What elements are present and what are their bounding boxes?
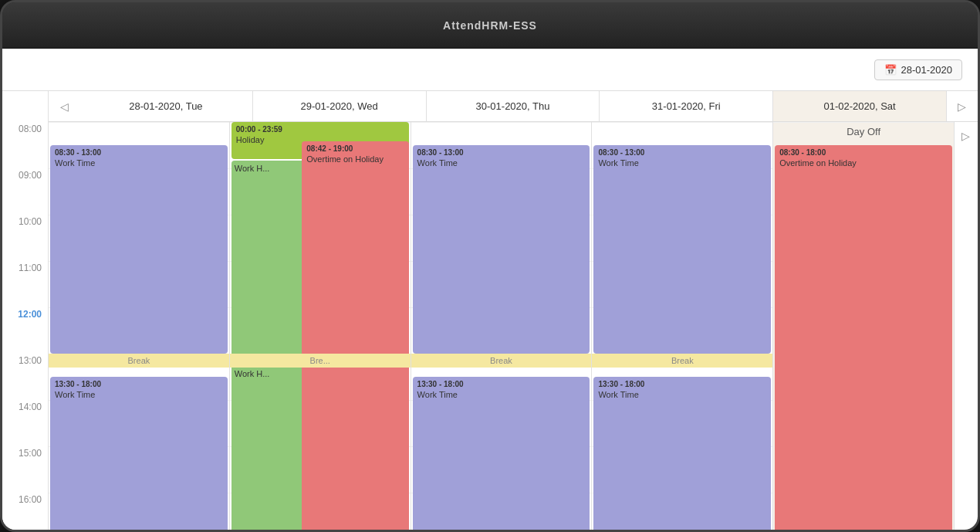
calendar-icon: 📅 — [884, 64, 897, 76]
sat-overtime-holiday[interactable]: 08:30 - 18:00 Overtime on Holiday — [775, 145, 952, 530]
day-header-wed: 29-01-2020, Wed — [253, 91, 427, 121]
wed-overtime-holiday[interactable]: 08:42 - 19:00 Overtime on Holiday — [302, 141, 408, 530]
tue-work-morning[interactable]: 08:30 - 13:00 Work Time — [50, 145, 228, 354]
nav-next-right[interactable]: ▷ — [955, 122, 978, 153]
device-frame: AttendHRM-ESS 📅 28-01-2020 08:00 09:00 1… — [0, 0, 980, 532]
top-bar: AttendHRM-ESS — [2, 2, 978, 49]
time-1600: 16:00 — [2, 493, 48, 530]
time-1500: 15:00 — [2, 446, 48, 493]
calendar-container: 08:00 09:00 10:00 11:00 12:00 13:00 14:0… — [2, 91, 978, 530]
time-0900: 09:00 — [2, 168, 48, 215]
selected-date: 28-01-2020 — [901, 64, 953, 76]
thu-work-afternoon[interactable]: 13:30 - 18:00 Work Time — [413, 377, 590, 530]
thu-work-morning[interactable]: 08:30 - 13:00 Work Time — [413, 145, 590, 354]
sat-day-off-label: Day Off — [773, 126, 954, 137]
day-col-sat: Day Off 08:30 - 18:00 Overtime on Holida… — [773, 122, 955, 530]
date-picker-button[interactable]: 📅 28-01-2020 — [874, 59, 963, 80]
day-col-fri: 08:30 - 13:00 Work Time Break 13:30 - 18… — [592, 122, 773, 530]
time-0800: 08:00 — [2, 122, 48, 168]
time-1000: 10:00 — [2, 215, 48, 261]
wed-break: Bre... — [230, 354, 411, 368]
tue-work-afternoon[interactable]: 13:30 - 18:00 Work Time — [50, 377, 228, 530]
day-header-fri: 31-01-2020, Fri — [600, 91, 773, 121]
day-col-wed: 00:00 - 23:59 Holiday Work H... Bre... W… — [230, 122, 411, 530]
wed-work-holiday-label: Work H... — [235, 164, 270, 173]
time-1100: 11:00 — [2, 261, 48, 307]
screen: 📅 28-01-2020 08:00 09:00 10:00 11:00 12:… — [2, 49, 978, 530]
day-header-sat: 01-02-2020, Sat — [773, 91, 947, 121]
day-header-tue: 28-01-2020, Tue — [79, 91, 253, 121]
time-1300: 13:00 — [2, 354, 48, 400]
fri-work-morning[interactable]: 08:30 - 13:00 Work Time — [593, 145, 771, 354]
fri-break: Break — [592, 354, 772, 368]
thu-break: Break — [411, 354, 592, 368]
time-1200: 12:00 — [2, 307, 48, 354]
days-header: ◁ 28-01-2020, Tue 29-01-2020, Wed 30-01-… — [49, 91, 978, 122]
header-bar: 📅 28-01-2020 — [2, 49, 978, 91]
nav-prev-button[interactable]: ◁ — [49, 91, 79, 121]
time-column: 08:00 09:00 10:00 11:00 12:00 13:00 14:0… — [2, 91, 49, 530]
days-body: 08:30 - 13:00 Work Time Break 13:30 - 18… — [49, 122, 978, 530]
time-1400: 14:00 — [2, 400, 48, 446]
days-area: ◁ 28-01-2020, Tue 29-01-2020, Wed 30-01-… — [49, 91, 978, 530]
app-title: AttendHRM-ESS — [443, 19, 537, 32]
day-header-thu: 30-01-2020, Thu — [427, 91, 600, 121]
tue-break: Break — [49, 354, 229, 368]
nav-next-button[interactable]: ▷ — [947, 91, 978, 121]
day-col-thu: 08:30 - 13:00 Work Time Break 13:30 - 18… — [411, 122, 593, 530]
day-col-tue: 08:30 - 13:00 Work Time Break 13:30 - 18… — [49, 122, 230, 530]
fri-work-afternoon[interactable]: 13:30 - 18:00 Work Time — [593, 377, 771, 530]
wed-work-holiday-afternoon-label: Work H... — [235, 369, 270, 378]
